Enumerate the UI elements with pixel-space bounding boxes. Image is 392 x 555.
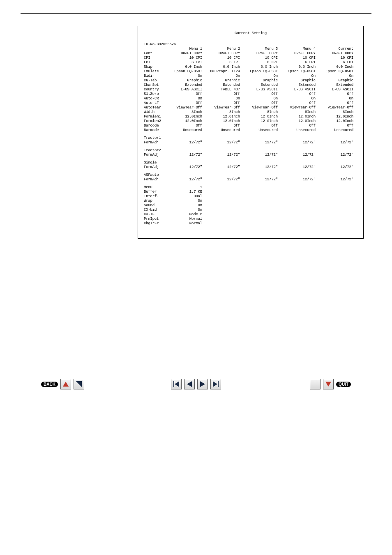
red-down-triangle-icon	[325, 382, 331, 387]
row-value: 0.0 Inch	[242, 65, 278, 69]
row-label: Formlen2	[144, 119, 164, 124]
row-value: On	[317, 97, 353, 101]
row-value: 8Inch	[166, 110, 202, 115]
row-value: 12/72"	[204, 165, 240, 170]
blank-button[interactable]	[310, 379, 321, 389]
settings-row: Sl.ZeroOffOffOffOffOff	[144, 92, 357, 97]
row-value: 6 LPI	[242, 60, 278, 65]
row-value: On	[242, 97, 278, 101]
row-value: Extended	[317, 83, 353, 88]
row-value: 12/72"	[166, 140, 202, 145]
row-value: 12/72"	[242, 165, 278, 170]
prev-page-icon	[187, 381, 192, 387]
row-value: ViewTear=Off	[242, 106, 278, 110]
row-value: Off	[279, 92, 316, 97]
row-label: Country	[144, 88, 164, 92]
footer-row: Buffer1.7 KB	[144, 190, 357, 194]
row-value: DRAFT COPY	[317, 51, 353, 56]
row-value: Unsecured	[317, 128, 353, 133]
row-label: FormAdj	[144, 177, 164, 182]
svg-marker-8	[325, 382, 331, 387]
row-value: 6 LPI	[317, 60, 353, 65]
row-value: Off	[279, 101, 316, 106]
row-label: FormAdj	[144, 140, 164, 145]
row-label: CPI	[144, 56, 164, 60]
row-value: Off	[279, 124, 316, 128]
row-value: 8Inch	[242, 110, 278, 115]
row-value: On	[166, 208, 202, 212]
settings-row: EmulateEpson LQ-850+IBM Propr. XL24Epson…	[144, 69, 357, 74]
row-value: TABLE 437	[204, 88, 240, 92]
row-value: Extended	[166, 83, 202, 88]
settings-row: CountryE-US ASCIITABLE 437E-US ASCIIE-US…	[144, 88, 357, 92]
row-value: Epson LQ-850+	[279, 69, 316, 74]
row-value: Normal	[166, 217, 202, 221]
settings-row: CPI10 CPI10 CPI10 CPI10 CPI10 CPI	[144, 56, 357, 60]
first-page-button[interactable]	[171, 379, 182, 389]
footer-row: ChgTrFrNormal	[144, 221, 357, 226]
row-value: On	[204, 97, 240, 101]
row-value: 0.0 Inch	[317, 65, 353, 69]
row-value: DRAFT COPY	[242, 51, 278, 56]
row-value: ViewTear=Off	[166, 106, 202, 110]
row-value: 12.0Inch	[279, 115, 316, 119]
row-value: 6 LPI	[279, 60, 316, 65]
settings-printout: Current Setting ID.No.392055AV6 Menu 1 M…	[138, 26, 364, 239]
row-value: Unsecured	[166, 128, 202, 133]
row-label: CharSet	[144, 83, 164, 88]
next-triangle-down-button[interactable]	[323, 379, 334, 389]
section-header-label: ASFauto	[144, 173, 164, 177]
row-value: 12/72"	[204, 140, 240, 145]
row-value: 1	[166, 185, 202, 190]
row-value: 0.0 Inch	[279, 65, 316, 69]
forward-triangle-button[interactable]	[74, 379, 84, 389]
row-label: Menu	[144, 185, 164, 190]
footer-row: CX-IFMode B	[144, 212, 357, 217]
row-value: ViewTear=Off	[317, 106, 353, 110]
row-value: 12/72"	[242, 140, 278, 145]
row-value: Extended	[204, 83, 240, 88]
svg-marker-5	[200, 381, 205, 387]
row-value: 12.0Inch	[279, 119, 316, 124]
settings-row: BarcodeOffOffOffOffOff	[144, 124, 357, 128]
row-value: Graphic	[279, 78, 316, 83]
row-label: FormAdj	[144, 165, 164, 170]
footer-row: CX-bidOn	[144, 208, 357, 212]
dark-triangle-right-icon	[76, 381, 82, 387]
row-value: Off	[166, 124, 202, 128]
row-label: CX-bid	[144, 208, 164, 212]
row-value: E-US ASCII	[242, 88, 278, 92]
row-value: Off	[204, 92, 240, 97]
row-value: 8Inch	[317, 110, 353, 115]
settings-row: CharSetExtendedExtendedExtendedExtendedE…	[144, 83, 357, 88]
prev-page-button[interactable]	[184, 379, 195, 389]
svg-marker-1	[76, 381, 82, 387]
quit-label: QUIT	[336, 382, 351, 387]
section-header-label: Tractor1	[144, 136, 164, 140]
row-value: 12.0Inch	[166, 115, 202, 119]
row-label: Formlen1	[144, 115, 164, 119]
printout-title: Current Setting	[144, 31, 357, 36]
prev-triangle-up-button[interactable]	[60, 379, 71, 389]
row-value: 12/72"	[166, 153, 202, 157]
row-label: Sl.Zero	[144, 92, 164, 97]
section-header-label: Single	[144, 161, 164, 165]
next-page-button[interactable]	[197, 379, 208, 389]
row-value: DRAFT COPY	[204, 51, 240, 56]
svg-marker-4	[187, 381, 192, 387]
row-value: Graphic	[204, 78, 240, 83]
svg-marker-6	[213, 381, 217, 387]
row-value: Mode B	[166, 212, 202, 217]
settings-row: Skip0.0 Inch0.0 Inch0.0 Inch0.0 Inch0.0 …	[144, 65, 357, 69]
row-value: 6 LPI	[204, 60, 240, 65]
row-value: DRAFT COPY	[166, 51, 202, 56]
nav-bar: BACK Q	[41, 379, 351, 394]
last-page-button[interactable]	[210, 379, 221, 389]
row-value: 12.0Inch	[317, 115, 353, 119]
footer-row: Menu1	[144, 185, 357, 190]
row-value: Normal	[166, 221, 202, 226]
row-label: LPI	[144, 60, 164, 65]
row-value: 12/72"	[317, 153, 353, 157]
row-label: Buffer	[144, 190, 164, 194]
row-value: 0.0 Inch	[166, 65, 202, 69]
